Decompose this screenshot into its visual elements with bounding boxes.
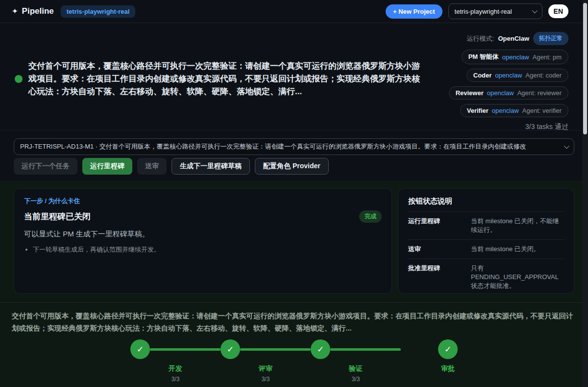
page-scrollbar[interactable] <box>582 0 588 387</box>
milestone-progress-section: 交付首个可用版本，覆盖核心路径并可执行一次完整验证：请创建一个真实可运行的浏览器… <box>0 303 588 387</box>
generate-next-milestone-draft-button[interactable]: 生成下一里程碑草稿 <box>172 158 250 175</box>
agent-role: PM 智能体 <box>468 52 499 61</box>
agent-pill-verifier: Verifier openclaw Agent: verifier <box>460 104 568 117</box>
button-states-title: 按钮状态说明 <box>408 197 564 212</box>
state-row: 批准里程碑 只有 PENDING_USER_APPROVAL 状态才能批准。 <box>408 259 564 294</box>
step-count: 3/3 <box>130 376 220 383</box>
agent-id: Agent: coder <box>525 72 562 79</box>
step-track: ✓ <box>220 339 311 359</box>
language-toggle-button[interactable]: EN <box>548 4 568 18</box>
project-header: 交付首个可用版本，覆盖核心路径并可执行一次完整验证：请创建一个真实可运行的浏览器… <box>0 23 588 130</box>
agent-pill-coder: Coder openclaw Agent: coder <box>466 69 568 82</box>
step-connector <box>240 348 311 351</box>
step-label: 审批 <box>438 364 458 373</box>
topology-status-badge: 拓扑正常 <box>533 32 568 45</box>
agent-provider-link[interactable]: openclaw <box>495 72 522 79</box>
state-label: 批准里程碑 <box>408 264 466 290</box>
app-title: Pipeline <box>22 6 54 16</box>
step-connector <box>330 348 401 351</box>
agent-info-column: 运行模式: OpenClaw 拓扑正常 PM 智能体 openclaw Agen… <box>449 32 568 131</box>
run-mode-label: 运行模式: <box>467 34 494 43</box>
next-step-panel: 下一步 / 为什么卡住 当前里程碑已关闭 完成 可以显式让 PM 生成下一里程碑… <box>14 188 392 294</box>
done-badge: 完成 <box>359 210 382 223</box>
navbar-actions: + New Project tetris-playwright-real EN <box>386 3 568 19</box>
milestone-description: 交付首个可用版本，覆盖核心路径并可执行一次完整验证：请创建一个真实可运行的浏览器… <box>12 310 576 335</box>
check-circle-icon: ✓ <box>220 339 240 359</box>
next-step-bullets: 下一轮草稿生成后，再确认范围并继续开发。 <box>24 245 382 255</box>
agent-provider-link[interactable]: openclaw <box>502 53 529 61</box>
agent-role: Coder <box>473 72 492 79</box>
agent-pill-pm: PM 智能体 openclaw Agent: pm <box>462 50 568 64</box>
step-connector <box>150 348 220 351</box>
chevron-down-icon <box>564 143 569 149</box>
check-circle-icon: ✓ <box>130 339 150 359</box>
agent-id: Agent: pm <box>533 53 562 61</box>
configure-role-provider-button[interactable]: 配置角色 Provider <box>255 158 329 175</box>
action-button-row: 运行下一个任务 运行里程碑 送审 生成下一里程碑草稿 配置角色 Provider <box>14 158 574 175</box>
run-next-task-button[interactable]: 运行下一个任务 <box>14 158 77 175</box>
agent-id: Agent: verifier <box>522 107 562 114</box>
project-name-badge: tetris-playwright-real <box>61 5 136 18</box>
step-label: 开发 <box>130 364 220 373</box>
state-label: 运行里程碑 <box>408 217 466 234</box>
chevron-down-icon <box>532 8 537 13</box>
step-track: ✓ <box>130 339 220 359</box>
milestone-select[interactable]: PRJ-TETRISPL-AD13-M1 · 交付首个可用版本，覆盖核心路径并可… <box>14 138 574 155</box>
state-label: 送审 <box>408 245 466 254</box>
tasks-passed-status: 3/3 tasks 通过 <box>525 123 568 131</box>
next-step-title-row: 当前里程碑已关闭 完成 <box>24 210 382 223</box>
step-count: 3/3 <box>311 376 401 383</box>
run-milestone-button[interactable]: 运行里程碑 <box>82 158 132 175</box>
project-select[interactable]: tetris-playwright-real <box>448 3 542 19</box>
status-panels: 下一步 / 为什么卡住 当前里程碑已关闭 完成 可以显式让 PM 生成下一里程碑… <box>0 181 588 302</box>
button-states-panel: 按钮状态说明 运行里程碑 当前 milestone 已关闭，不能继续运行。 送审… <box>398 188 574 294</box>
run-mode-value: OpenClaw <box>498 35 529 42</box>
step-approve: ✓ 审批 <box>438 339 458 383</box>
next-step-bullet-item: 下一轮草稿生成后，再确认范围并继续开发。 <box>33 245 382 255</box>
state-description: 只有 PENDING_USER_APPROVAL 状态才能批准。 <box>471 264 564 290</box>
submit-review-button[interactable]: 送审 <box>137 158 167 175</box>
status-dot-icon <box>15 75 23 83</box>
step-track: ✓ <box>311 339 401 359</box>
pipeline-logo-icon: ✦ <box>12 7 18 16</box>
next-step-description: 可以显式让 PM 生成下一里程碑草稿。 <box>24 230 382 239</box>
state-row: 运行里程碑 当前 milestone 已关闭，不能继续运行。 <box>408 212 564 240</box>
project-select-value: tetris-playwright-real <box>455 8 512 15</box>
new-project-button[interactable]: + New Project <box>386 4 442 19</box>
state-row: 送审 当前 milestone 已关闭。 <box>408 240 564 259</box>
agent-role: Verifier <box>467 107 489 114</box>
next-step-eyebrow: 下一步 / 为什么卡住 <box>24 197 382 206</box>
state-description: 当前 milestone 已关闭，不能继续运行。 <box>471 217 564 234</box>
step-count: 3/3 <box>220 376 311 383</box>
task-title: 交付首个可用版本，覆盖核心路径并可执行一次完整验证：请创建一个真实可运行的浏览器… <box>28 60 423 98</box>
agent-pill-reviewer: Reviewer openclaw Agent: reviewer <box>449 86 568 100</box>
check-circle-icon: ✓ <box>438 339 458 359</box>
agent-provider-link[interactable]: openclaw <box>487 89 514 97</box>
milestone-controls: PRJ-TETRISPL-AD13-M1 · 交付首个可用版本，覆盖核心路径并可… <box>0 130 588 181</box>
run-mode-row: 运行模式: OpenClaw 拓扑正常 <box>467 32 568 45</box>
agent-role: Reviewer <box>456 89 484 97</box>
milestone-select-value: PRJ-TETRISPL-AD13-M1 · 交付首个可用版本，覆盖核心路径并可… <box>20 142 560 151</box>
stage-stepper: ✓ 开发 3/3 ✓ 评审 3/3 ✓ 验证 3/3 ✓ <box>12 339 576 383</box>
state-description: 当前 milestone 已关闭。 <box>471 245 564 254</box>
step-verify: ✓ 验证 3/3 <box>311 339 401 383</box>
agent-id: Agent: reviewer <box>517 89 562 97</box>
task-summary: 交付首个可用版本，覆盖核心路径并可执行一次完整验证：请创建一个真实可运行的浏览器… <box>15 60 423 98</box>
check-circle-icon: ✓ <box>311 339 330 359</box>
top-navbar: ✦ Pipeline tetris-playwright-real + New … <box>0 0 588 23</box>
agent-provider-link[interactable]: openclaw <box>492 107 519 114</box>
scrollbar-thumb[interactable] <box>583 3 587 134</box>
next-step-title: 当前里程碑已关闭 <box>24 211 91 222</box>
step-label: 验证 <box>311 364 401 373</box>
step-review: ✓ 评审 3/3 <box>220 339 311 383</box>
step-dev: ✓ 开发 3/3 <box>130 339 220 383</box>
step-label: 评审 <box>220 364 311 373</box>
app-brand: ✦ Pipeline <box>12 6 54 16</box>
step-track: ✓ <box>438 339 458 359</box>
